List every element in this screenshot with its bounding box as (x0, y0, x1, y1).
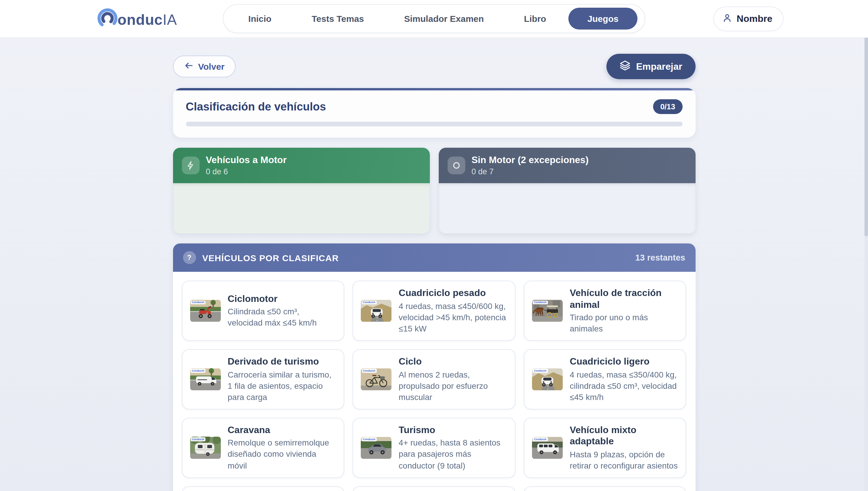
image-watermark: ConducIA (191, 300, 206, 304)
white-small-van-image: ConducIA (190, 368, 221, 391)
vehicle-card-caravana[interactable]: ConducIA Caravana Remolque o semirremolq… (182, 417, 344, 478)
progress-track (186, 122, 682, 126)
nav-item-juegos[interactable]: Juegos (569, 8, 638, 30)
toolbar: Volver Emparejar (173, 54, 695, 79)
content-column: Volver Emparejar Clasificación de vehícu… (173, 54, 695, 491)
top-header: onducIA Inicio Tests Temas Simulador Exa… (0, 0, 868, 38)
vehicle-card-remolque[interactable]: ConducIA Remolque (352, 486, 515, 491)
white-microcar-image: ConducIA (361, 299, 392, 322)
vehicle-card-turismo[interactable]: ConducIA Turismo 4+ ruedas, hasta 8 asie… (352, 417, 515, 478)
vehicle-card-ciclo[interactable]: ConducIA Ciclo Al menos 2 ruedas, propul… (352, 349, 515, 409)
lightning-icon (182, 156, 199, 174)
vehicle-desc: 4 ruedas, masa ≤450/600 kg, velocidad >4… (399, 301, 507, 335)
vehicle-card-cuadriciclo-ligero[interactable]: ConducIA Cuadriciclo ligero 4 ruedas, ma… (524, 349, 686, 409)
vehicle-desc: Al menos 2 ruedas, propulsado por esfuer… (399, 369, 507, 403)
vehicle-card-partial[interactable] (524, 486, 686, 491)
user-icon (722, 13, 732, 25)
vehicle-grid: ConducIA Ciclomotor Cilindrada ≤50 cm³, … (182, 281, 686, 491)
pool-title: VEHÍCULOS POR CLASIFICAR (202, 253, 636, 263)
arrow-left-icon (184, 61, 193, 71)
zone-title: Sin Motor (2 excepciones) (471, 155, 589, 166)
vehicle-card-mixto-adaptable[interactable]: ConducIA Vehículo mixto adaptable Hasta … (524, 417, 686, 478)
zone-count: 0 de 7 (471, 167, 589, 176)
red-scooter-image: ConducIA (190, 299, 221, 322)
vehicle-title: Derivado de turismo (228, 356, 336, 367)
vehicle-title: Ciclo (399, 356, 507, 367)
image-watermark: ConducIA (362, 369, 377, 373)
white-van-image: ConducIA (532, 437, 563, 459)
game-title: Clasificación de vehículos (186, 100, 326, 113)
bicycle-image: ConducIA (361, 368, 392, 391)
back-label: Volver (198, 61, 225, 71)
vehicle-title: Cuadriciclo pesado (399, 287, 507, 299)
vehicle-desc: Hasta 9 plazas, opción de retirar o reco… (570, 449, 678, 471)
circle-icon (447, 156, 465, 174)
nav-item-libro[interactable]: Libro (506, 13, 564, 24)
pool-header: ? VEHÍCULOS POR CLASIFICAR 13 restantes (173, 243, 695, 272)
zone-title: Vehículos a Motor (206, 155, 287, 166)
vehicle-title: Cuadriciclo ligero (570, 356, 678, 367)
grey-hatchback-image: ConducIA (361, 437, 392, 459)
remaining-count: 13 restantes (636, 253, 685, 262)
question-icon: ? (183, 251, 196, 264)
vehicle-card-motocicleta[interactable]: ConducIA Motocicleta (182, 486, 344, 491)
vehicle-card-derivado-turismo[interactable]: ConducIA Derivado de turismo Carrocería … (182, 349, 344, 409)
nav-item-simulador-examen[interactable]: Simulador Examen (386, 13, 502, 24)
card-accent-strip (173, 88, 695, 90)
image-watermark: ConducIA (191, 369, 206, 373)
image-watermark: ConducIA (362, 437, 377, 441)
image-watermark: ConducIA (533, 437, 548, 441)
scrollbar-track[interactable] (864, 0, 868, 491)
zone-drop-area-sin-motor[interactable] (438, 183, 695, 233)
vehicle-title: Caravana (228, 424, 336, 436)
page: onducIA Inicio Tests Temas Simulador Exa… (0, 0, 868, 491)
caravan-image: ConducIA (190, 437, 221, 459)
image-watermark: ConducIA (362, 300, 377, 304)
drop-zone-sin-motor[interactable]: Sin Motor (2 excepciones) 0 de 7 (438, 148, 695, 233)
vehicle-title: Ciclomotor (228, 293, 336, 305)
back-button[interactable]: Volver (173, 56, 236, 78)
vehicle-title: Vehículo de tracción animal (570, 287, 678, 310)
vehicle-card-ciclomotor[interactable]: ConducIA Ciclomotor Cilindrada ≤50 cm³, … (182, 281, 344, 341)
drop-zones: Vehículos a Motor 0 de 6 Sin Motor (2 ex… (173, 148, 695, 233)
pool-panel: ? VEHÍCULOS POR CLASIFICAR 13 restantes … (173, 243, 695, 491)
vehicle-card-traccion-animal[interactable]: ConducIA Vehículo de tracción animal Tir… (524, 281, 686, 341)
vehicle-card-cuadriciclo-pesado[interactable]: ConducIA Cuadriciclo pesado 4 ruedas, ma… (352, 281, 515, 341)
nav-item-tests-temas[interactable]: Tests Temas (294, 13, 381, 24)
main-nav: Inicio Tests Temas Simulador Examen Libr… (223, 4, 645, 33)
vehicle-desc: Tirado por uno o más animales (570, 312, 678, 335)
white-microcar-image: ConducIA (532, 368, 563, 391)
horse-carriage-image: ConducIA (532, 299, 563, 322)
logo-wordmark: onducIA (118, 11, 177, 28)
pool-body: ConducIA Ciclomotor Cilindrada ≤50 cm³, … (173, 272, 695, 491)
drop-zone-motor[interactable]: Vehículos a Motor 0 de 6 (173, 148, 430, 233)
vehicle-desc: Remolque o semirremolque diseñado como v… (228, 437, 336, 471)
vehicle-title: Vehículo mixto adaptable (570, 424, 678, 447)
image-watermark: ConducIA (533, 300, 548, 304)
app-logo[interactable]: onducIA (96, 7, 177, 32)
logo-c-icon (96, 7, 119, 32)
progress-card: Clasificación de vehículos 0/13 (173, 88, 695, 138)
vehicle-desc: Carrocería similar a turismo, 1 fila de … (228, 369, 336, 403)
zone-count: 0 de 6 (206, 167, 287, 176)
score-badge: 0/13 (653, 99, 682, 114)
nav-item-inicio[interactable]: Inicio (230, 13, 289, 24)
vehicle-desc: 4 ruedas, masa ≤350/400 kg, cilindrada ≤… (570, 369, 678, 403)
vehicle-desc: Cilindrada ≤50 cm³, velocidad máx ≤45 km… (228, 306, 336, 329)
vehicle-desc: 4+ ruedas, hasta 8 asientos para pasajer… (399, 437, 507, 471)
user-button[interactable]: Nombre (713, 6, 783, 31)
user-label: Nombre (737, 13, 772, 24)
image-watermark: ConducIA (191, 437, 206, 441)
zone-drop-area-motor[interactable] (173, 183, 430, 233)
match-label: Emparejar (636, 61, 682, 72)
image-watermark: ConducIA (533, 369, 548, 373)
match-button[interactable]: Emparejar (607, 54, 695, 79)
layers-icon (619, 60, 631, 73)
vehicle-title: Turismo (399, 424, 507, 436)
